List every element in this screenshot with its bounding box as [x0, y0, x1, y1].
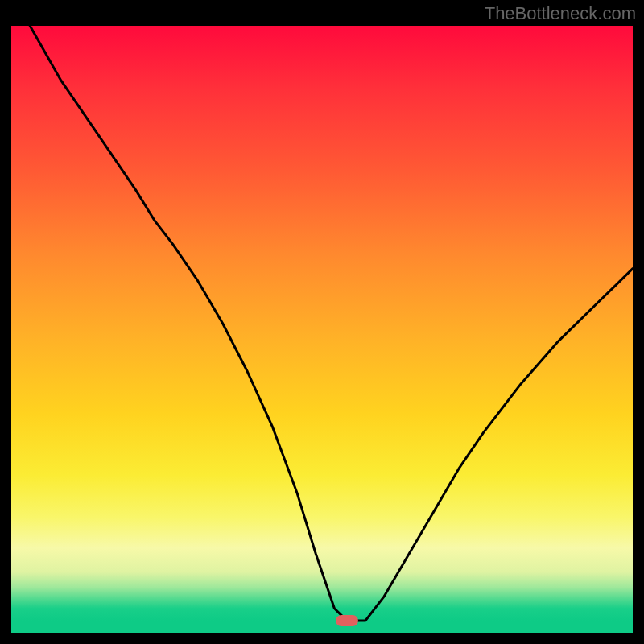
plot-area: [11, 26, 633, 633]
optimal-marker: [336, 615, 358, 626]
chart-container: TheBottleneck.com: [0, 0, 644, 644]
bottleneck-curve: [30, 26, 633, 621]
watermark-text: TheBottleneck.com: [485, 3, 636, 24]
curve-layer: [11, 26, 633, 633]
